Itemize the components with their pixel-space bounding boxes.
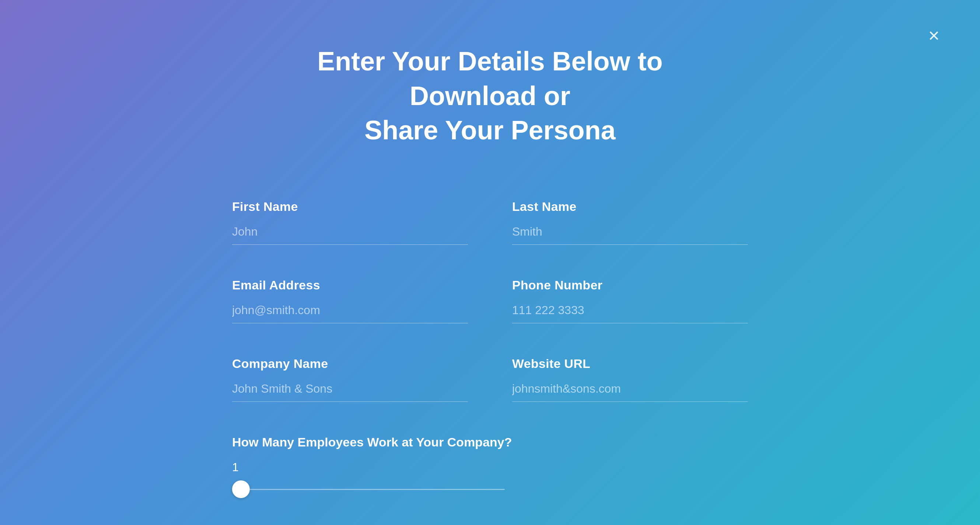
email-input[interactable]: [232, 300, 468, 323]
website-label: Website URL: [512, 356, 748, 371]
page-container: × Enter Your Details Below to Download o…: [0, 0, 980, 525]
email-field: Email Address: [232, 278, 468, 323]
website-field: Website URL: [512, 356, 748, 402]
slider-value: 1: [232, 461, 748, 474]
slider-container: [232, 489, 505, 490]
last-name-field: Last Name: [512, 199, 748, 245]
website-input[interactable]: [512, 378, 748, 402]
company-field: Company Name: [232, 356, 468, 402]
company-row: Company Name Website URL: [232, 356, 748, 402]
close-button[interactable]: ×: [925, 22, 943, 49]
phone-label: Phone Number: [512, 278, 748, 292]
last-name-label: Last Name: [512, 199, 748, 214]
first-name-field: First Name: [232, 199, 468, 245]
form-container: First Name Last Name Email Address Phone…: [232, 199, 748, 490]
phone-input[interactable]: [512, 300, 748, 323]
phone-field: Phone Number: [512, 278, 748, 323]
last-name-input[interactable]: [512, 221, 748, 245]
name-row: First Name Last Name: [232, 199, 748, 245]
first-name-label: First Name: [232, 199, 468, 214]
employees-section: How Many Employees Work at Your Company?…: [232, 435, 748, 490]
email-label: Email Address: [232, 278, 468, 292]
page-title: Enter Your Details Below to Download or …: [269, 44, 711, 148]
company-input[interactable]: [232, 378, 468, 402]
contact-row: Email Address Phone Number: [232, 278, 748, 323]
employees-slider[interactable]: [232, 489, 505, 490]
first-name-input[interactable]: [232, 221, 468, 245]
employees-label: How Many Employees Work at Your Company?: [232, 435, 748, 449]
company-label: Company Name: [232, 356, 468, 371]
